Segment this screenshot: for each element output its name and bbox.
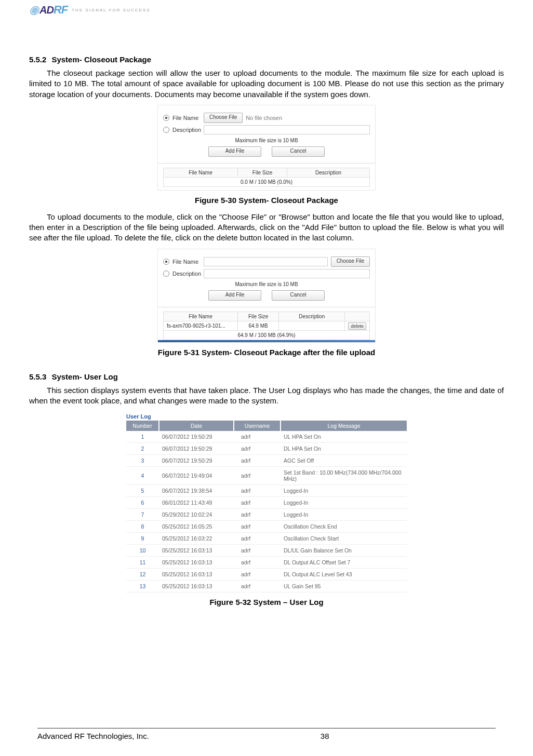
section-number: 5.5.2 <box>29 55 46 64</box>
cell-message: Logged-In <box>281 497 407 509</box>
cell-number: 8 <box>126 521 159 533</box>
col-number: Number <box>126 421 159 431</box>
cell-number: 9 <box>126 533 159 545</box>
cell-username: adrf <box>234 431 281 443</box>
col-filename: File Name <box>164 168 238 177</box>
page-footer: Advanced RF Technologies, Inc. 38 <box>37 728 496 740</box>
brand-slogan: THE SIGNAL FOR SUCCESS <box>72 8 150 12</box>
col-logmessage: Log Message <box>281 421 407 431</box>
cell-number: 1 <box>126 431 159 443</box>
cell-number: 3 <box>126 455 159 467</box>
footer-page-number: 38 <box>321 732 329 740</box>
cell-username: adrf <box>234 521 281 533</box>
section-heading-552: 5.5.2 System- Closeout Package <box>29 55 504 64</box>
cell-number: 11 <box>126 557 159 569</box>
table-row: 705/29/2012 10:02:24adrfLogged-In <box>126 509 407 521</box>
footer-company: Advanced RF Technologies, Inc. <box>37 732 149 740</box>
fig-531-panel: File Name Choose File Description Maximu… <box>157 249 376 343</box>
add-file-button[interactable]: Add File <box>208 146 261 157</box>
cell-message: DL HPA Set On <box>281 443 407 455</box>
fig-531-caption: Figure 5-31 System- Closeout Package aft… <box>29 348 504 357</box>
cell-number: 2 <box>126 443 159 455</box>
cell-username: adrf <box>234 569 281 580</box>
table-row: 406/07/2012 19:49:04adrfSet 1st Band : 1… <box>126 467 407 485</box>
files-table: File Name File Size Description 0.0 M / … <box>163 168 370 187</box>
col-filename: File Name <box>164 312 238 321</box>
cell-date: 05/25/2012 16:03:22 <box>159 533 234 545</box>
cell-username: adrf <box>234 497 281 509</box>
description-input[interactable] <box>204 269 370 278</box>
cell-date: 05/25/2012 16:03:13 <box>159 580 234 592</box>
cell-date: 06/07/2012 19:50:29 <box>159 443 234 455</box>
cell-message: UL Gain Set 95 <box>281 580 407 592</box>
cell-date: 05/25/2012 16:03:13 <box>159 557 234 569</box>
radio-icon <box>163 259 169 265</box>
description-label: Description <box>172 127 204 133</box>
storage-status: 0.0 M / 100 MB (0.0%) <box>164 177 370 186</box>
col-username: Username <box>234 421 281 431</box>
fig-530-caption: Figure 5-30 System- Closeout Package <box>29 196 504 205</box>
cell-number: 5 <box>126 485 159 497</box>
table-row: 1205/25/2012 16:03:13adrfDL Output ALC L… <box>126 569 407 580</box>
section-552-para1: The closeout package section will allow … <box>29 68 504 100</box>
cell-username: adrf <box>234 485 281 497</box>
description-input[interactable] <box>204 125 370 134</box>
cell-number: 12 <box>126 569 159 580</box>
cell-message: Oscillation Check End <box>281 521 407 533</box>
fig-532-panel: User Log Number Date Username Log Messag… <box>126 413 407 592</box>
wave-icon: ◉ <box>29 3 38 17</box>
cell-username: adrf <box>234 545 281 557</box>
filename-label: File Name <box>172 259 204 265</box>
section-title: System- User Log <box>51 372 118 381</box>
userlog-title: User Log <box>126 413 407 420</box>
cell-message: Logged-In <box>281 485 407 497</box>
cell-message: UL HPA Set On <box>281 431 407 443</box>
cancel-button[interactable]: Cancel <box>272 290 325 301</box>
col-filesize: File Size <box>237 312 278 321</box>
cancel-button[interactable]: Cancel <box>272 146 325 157</box>
cell-date: 06/07/2012 19:50:29 <box>159 431 234 443</box>
cell-username: adrf <box>234 455 281 467</box>
cell-username: adrf <box>234 509 281 521</box>
col-description: Description <box>279 312 345 321</box>
cell-date: 06/01/2012 11:43:49 <box>159 497 234 509</box>
table-row: 1305/25/2012 16:03:13adrfUL Gain Set 95 <box>126 580 407 592</box>
table-row: 206/07/2012 19:50:29adrfDL HPA Set On <box>126 443 407 455</box>
files-table: File Name File Size Description fs-axm70… <box>163 312 370 340</box>
table-row: 1105/25/2012 16:03:13adrfDL Output ALC O… <box>126 557 407 569</box>
add-file-button[interactable]: Add File <box>208 290 261 301</box>
filename-input[interactable] <box>204 257 328 266</box>
cell-number: 10 <box>126 545 159 557</box>
cell-number: 4 <box>126 467 159 485</box>
table-row: 1005/25/2012 16:03:13adrfDL/UL Gain Bala… <box>126 545 407 557</box>
cell-message: DL/UL Gain Balance Set On <box>281 545 407 557</box>
cell-message: Logged-In <box>281 509 407 521</box>
section-title: System- Closeout Package <box>51 55 151 64</box>
table-row: fs-axm700-9025-r3-101... 64.9 MB delete <box>164 321 370 330</box>
cell-message: AGC Set Off <box>281 455 407 467</box>
cell-number: 7 <box>126 509 159 521</box>
table-row: 506/07/2012 19:38:54adrfLogged-In <box>126 485 407 497</box>
table-row: 106/07/2012 19:50:29adrfUL HPA Set On <box>126 431 407 443</box>
no-file-label: No file chosen <box>246 115 282 121</box>
col-filesize: File Size <box>237 168 287 177</box>
cell-username: adrf <box>234 533 281 545</box>
section-heading-553: 5.5.3 System- User Log <box>29 372 504 381</box>
radio-icon <box>163 115 169 121</box>
description-label: Description <box>172 271 204 277</box>
cell-date: 05/25/2012 16:03:13 <box>159 545 234 557</box>
filesize-hint: Maximum file size is 10 MB <box>163 138 370 143</box>
filesize-hint: Maximum file size is 10 MB <box>163 281 370 287</box>
cell-message: DL Output ALC Level Set 43 <box>281 569 407 580</box>
col-description: Description <box>287 168 370 177</box>
cell-date: 05/29/2012 10:02:24 <box>159 509 234 521</box>
choose-file-button[interactable]: Choose File <box>331 256 370 267</box>
delete-button[interactable]: delete <box>348 322 366 330</box>
cell-date: 06/07/2012 19:38:54 <box>159 485 234 497</box>
cell-description <box>279 321 345 330</box>
section-553-para1: This section displays system events that… <box>29 385 504 407</box>
cell-message: DL Output ALC Offset Set 7 <box>281 557 407 569</box>
cell-message: Oscillation Check Start <box>281 533 407 545</box>
table-row: 606/01/2012 11:43:49adrfLogged-In <box>126 497 407 509</box>
choose-file-button[interactable]: Choose File <box>204 113 243 123</box>
